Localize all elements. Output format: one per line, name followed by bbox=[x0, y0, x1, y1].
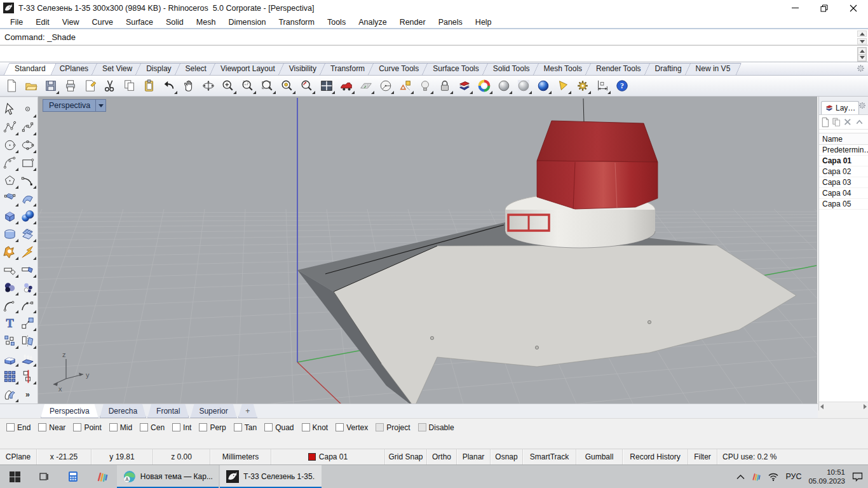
status-pane-osnap[interactable]: Osnap bbox=[491, 449, 523, 464]
menu-dimension[interactable]: Dimension bbox=[222, 16, 272, 28]
viewport-tab-perspectiva[interactable]: Perspectiva bbox=[41, 404, 98, 418]
viewport-title-dropdown[interactable]: Perspectiva bbox=[43, 99, 106, 112]
viewport-dropdown-icon[interactable] bbox=[96, 104, 105, 107]
toolbar-tab-cplanes[interactable]: CPlanes bbox=[51, 63, 97, 75]
tray-paint-icon[interactable] bbox=[752, 472, 761, 482]
status-pane-y-19-81[interactable]: y 19.81 bbox=[92, 449, 153, 464]
checkbox-near[interactable] bbox=[38, 423, 46, 431]
arc-icon[interactable] bbox=[1, 154, 18, 172]
menu-surface[interactable]: Surface bbox=[119, 16, 159, 28]
layer-row[interactable]: Capa 03 bbox=[819, 177, 868, 188]
dimension-icon[interactable] bbox=[594, 77, 611, 95]
osnap-tan[interactable]: Tan bbox=[234, 423, 257, 432]
more-tools-icon[interactable]: » bbox=[19, 385, 36, 403]
zoom-extents-icon[interactable] bbox=[259, 77, 276, 95]
command-history[interactable]: Command: _Shade bbox=[0, 29, 868, 45]
osnap-int[interactable]: Int bbox=[172, 423, 191, 432]
undo-view-icon[interactable] bbox=[299, 77, 315, 95]
scroll-right-icon[interactable] bbox=[864, 404, 867, 409]
osnap-vertex[interactable]: Vertex bbox=[336, 423, 368, 432]
boolean-difference-icon[interactable] bbox=[1, 278, 18, 296]
toolbar-tab-transform[interactable]: Transform bbox=[322, 63, 373, 75]
extend-curve-icon[interactable] bbox=[19, 296, 36, 314]
osnap-end[interactable]: End bbox=[6, 423, 31, 432]
compass-icon[interactable] bbox=[377, 77, 394, 95]
menu-analyze[interactable]: Analyze bbox=[352, 16, 393, 28]
print-icon[interactable] bbox=[62, 77, 79, 95]
group-icon[interactable] bbox=[1, 332, 18, 349]
menu-file[interactable]: File bbox=[4, 16, 29, 28]
layers-icon[interactable] bbox=[456, 77, 473, 95]
cplane-icon[interactable] bbox=[358, 77, 374, 95]
text-icon[interactable]: T bbox=[1, 314, 18, 332]
select-icon[interactable] bbox=[1, 100, 18, 118]
properties-icon[interactable] bbox=[82, 77, 98, 95]
control-point-curve-icon[interactable] bbox=[19, 118, 36, 136]
sphere-icon[interactable] bbox=[19, 207, 36, 225]
toolbar-tab-select[interactable]: Select bbox=[177, 63, 215, 75]
undo-icon[interactable] bbox=[161, 77, 177, 95]
status-pane-cpu-use-0-2-[interactable]: CPU use: 0.2 % bbox=[717, 449, 868, 464]
cut-icon[interactable] bbox=[102, 77, 118, 95]
layer-row[interactable]: Capa 02 bbox=[819, 166, 868, 177]
menu-edit[interactable]: Edit bbox=[29, 16, 56, 28]
shaded-display-icon[interactable] bbox=[496, 77, 512, 95]
surface-patch-icon[interactable] bbox=[1, 189, 18, 207]
start-button[interactable] bbox=[0, 465, 29, 488]
status-pane-cplane[interactable]: CPlane bbox=[0, 449, 37, 464]
rotate-view-icon[interactable] bbox=[200, 77, 217, 95]
osnap-disable[interactable]: Disable bbox=[418, 423, 454, 432]
menu-curve[interactable]: Curve bbox=[86, 16, 119, 28]
hide-objects-icon[interactable] bbox=[417, 77, 433, 95]
toolbar-tab-curve-tools[interactable]: Curve Tools bbox=[370, 63, 427, 75]
status-pane-millimeters[interactable]: Millimeters bbox=[210, 449, 271, 464]
checkbox-perp[interactable] bbox=[199, 423, 207, 431]
zoom-dynamic-icon[interactable] bbox=[220, 77, 236, 95]
menu-solid[interactable]: Solid bbox=[159, 16, 190, 28]
command-prompt[interactable]: Choose Shade settings ( DisplayMode=Shad… bbox=[0, 45, 868, 62]
layers-hscrollbar[interactable] bbox=[819, 402, 868, 410]
checkbox-quad[interactable] bbox=[264, 423, 273, 431]
extrude-surface-icon[interactable] bbox=[19, 349, 36, 367]
osnap-near[interactable]: Near bbox=[38, 423, 65, 432]
menu-tools[interactable]: Tools bbox=[321, 16, 352, 28]
ellipse-icon[interactable] bbox=[19, 136, 36, 154]
history-scroll-up-button[interactable] bbox=[857, 30, 867, 37]
move-icon[interactable] bbox=[19, 314, 36, 332]
zoom-selected-icon[interactable] bbox=[279, 77, 295, 95]
osnap-mid[interactable]: Mid bbox=[109, 423, 132, 432]
save-file-icon[interactable] bbox=[43, 77, 59, 95]
boolean-union-icon[interactable] bbox=[1, 243, 18, 261]
toolbar-tab-standard[interactable]: Standard bbox=[6, 63, 54, 75]
cylinder-icon[interactable] bbox=[1, 225, 18, 243]
menu-transform[interactable]: Transform bbox=[272, 16, 321, 28]
status-pane-filter[interactable]: Filter bbox=[688, 449, 717, 464]
rendered-display-icon[interactable] bbox=[535, 77, 552, 95]
array-linear-icon[interactable] bbox=[19, 367, 36, 385]
taskbar-window-browser[interactable]: Новая тема — Кар... bbox=[117, 465, 219, 488]
toolbar-tab-display[interactable]: Display bbox=[138, 63, 179, 75]
split-icon[interactable] bbox=[19, 261, 36, 278]
flow-along-surface-icon[interactable] bbox=[1, 385, 18, 403]
toolbar-tab-viewport-layout[interactable]: Viewport Layout bbox=[212, 63, 283, 75]
rectangle-icon[interactable] bbox=[19, 154, 36, 172]
status-pane-capa-01[interactable]: Capa 01 bbox=[271, 449, 385, 464]
copy-icon[interactable] bbox=[121, 77, 138, 95]
panel-gear-icon[interactable] bbox=[858, 101, 867, 110]
viewport-tab-frontal[interactable]: Frontal bbox=[147, 404, 189, 418]
osnap-quad[interactable]: Quad bbox=[264, 423, 294, 432]
history-scroll-down-button[interactable] bbox=[857, 38, 867, 44]
spotlight-icon[interactable] bbox=[555, 77, 571, 95]
toolbar-tab-render-tools[interactable]: Render Tools bbox=[588, 63, 649, 75]
calculator-button[interactable] bbox=[58, 465, 88, 488]
zoom-window-icon[interactable] bbox=[240, 77, 256, 95]
mirror-icon[interactable] bbox=[19, 332, 36, 349]
checkbox-int[interactable] bbox=[172, 423, 180, 431]
toolbar-gear-icon[interactable] bbox=[856, 64, 865, 73]
status-pane-record-history[interactable]: Record History bbox=[623, 449, 688, 464]
taskbar-window-rhino[interactable]: Т-33 Селезень 1-35... bbox=[220, 465, 322, 488]
osnap-point[interactable]: Point bbox=[73, 423, 101, 432]
status-pane-gumball[interactable]: Gumball bbox=[576, 449, 623, 464]
trim-icon[interactable] bbox=[1, 261, 18, 278]
viewport-layout-icon[interactable] bbox=[318, 77, 335, 95]
